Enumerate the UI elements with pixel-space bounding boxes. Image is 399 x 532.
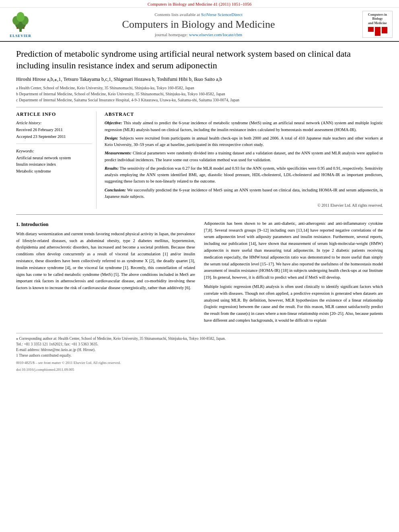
- abstract-measurements: Measurements: Clinical parameters were r…: [105, 150, 383, 163]
- email-footnote: E-mail address: hhlrose@mc.keio.ac.jp (H…: [16, 347, 383, 353]
- abstract-col: ABSTRACT Objective: This study aimed to …: [105, 111, 383, 208]
- svg-point-4: [16, 12, 25, 22]
- email-value: hhlrose@mc.keio.ac.jp (H. Hirose).: [41, 348, 96, 352]
- body-left-col: 1. Introduction With dietary westernizat…: [16, 220, 195, 327]
- homepage-url[interactable]: www.elsevier.com/locate/cbm: [189, 32, 242, 37]
- sciverse-link[interactable]: SciVerse ScienceDirect: [201, 12, 243, 17]
- article-info-col: ARTICLE INFO Article history: Received 2…: [16, 111, 97, 208]
- results-label: Results:: [105, 166, 119, 170]
- footnote1: 1 These authors contributed equally.: [16, 353, 383, 358]
- abstract-objective: Objective: This study aimed to predict t…: [105, 120, 383, 133]
- article-info-abstract: ARTICLE INFO Article history: Received 2…: [16, 107, 383, 208]
- header-center: Contents lists available at SciVerse Sci…: [39, 12, 358, 37]
- results-text: The sensitivity of the prediction was 0.…: [105, 166, 383, 184]
- sciverse-prefix: Contents lists available at: [154, 12, 200, 17]
- section-title: Introduction: [21, 222, 49, 227]
- footnote-area: ⁎ Corresponding author at: Health Center…: [16, 333, 383, 373]
- elsevier-tree-icon: [10, 11, 31, 33]
- logo-title-line2: and Medicine: [368, 21, 387, 25]
- objective-label: Objective:: [105, 121, 122, 125]
- abstract-design: Design: Subjects were recruited from par…: [105, 135, 383, 148]
- keywords-section: Keywords: Artificial neural network syst…: [16, 148, 92, 175]
- sciverse-line: Contents lists available at SciVerse Sci…: [39, 12, 358, 17]
- accepted-date: Accepted 23 September 2011: [16, 134, 92, 140]
- authors-text: Hiroshi Hirose a,b,⁎,1, Tetsuro Takayama…: [16, 76, 222, 82]
- journal-title: Computers in Biology and Medicine: [39, 18, 358, 31]
- svg-point-6: [23, 27, 25, 29]
- section-divider: [16, 214, 383, 215]
- corresponding-footnote: ⁎ Corresponding author at: Health Center…: [16, 336, 383, 341]
- keyword-2: Insulin resistance index: [16, 161, 92, 168]
- elsevier-label: ELSEVIER: [10, 34, 31, 38]
- logo-title-line1: Computers in Biology: [368, 13, 387, 21]
- right-para-1: Adiponectin has been shown to be an anti…: [204, 220, 383, 281]
- journal-reference: Computers in Biology and Medicine 41 (20…: [148, 2, 251, 6]
- right-para-2: Multiple logistic regression (MLR) analy…: [204, 283, 383, 324]
- article-history: Article history: Received 26 February 20…: [16, 120, 92, 144]
- doi-line: doi:10.1016/j.compbiomed.2011.09.005: [16, 367, 383, 373]
- body-two-col: 1. Introduction With dietary westernizat…: [16, 220, 383, 327]
- intro-para-1: With dietary westernization and current …: [16, 231, 195, 292]
- doi-text: doi:10.1016/j.compbiomed.2011.09.005: [16, 368, 74, 372]
- affiliation-b: b Department of Internal Medicine, Schoo…: [16, 91, 383, 97]
- elsevier-logo: ELSEVIER: [6, 11, 35, 38]
- svg-point-5: [16, 27, 18, 29]
- measurements-label: Measurements:: [105, 151, 132, 155]
- tel-footnote: Tel.: +81 3 3353 121 1x62021; fax: +81 3…: [16, 341, 383, 347]
- conclusion-label: Conclusion:: [105, 188, 126, 192]
- received-date: Received 26 February 2011: [16, 127, 92, 134]
- copyright-line: © 2011 Elsevier Ltd. All rights reserved…: [105, 202, 383, 209]
- abstract-results: Results: The sensitivity of the predicti…: [105, 165, 383, 185]
- page-wrapper: Computers in Biology and Medicine 41 (20…: [0, 0, 399, 532]
- conclusion-text: We successfully predicted the 6-year inc…: [105, 188, 383, 199]
- section-number: 1.: [16, 222, 20, 227]
- design-label: Design:: [105, 136, 118, 140]
- measurements-text: Clinical parameters were randomly divide…: [105, 151, 383, 162]
- journal-topbar: Computers in Biology and Medicine 41 (20…: [0, 0, 399, 8]
- email-label: E-mail address:: [16, 348, 40, 352]
- intro-heading: 1. Introduction: [16, 220, 195, 228]
- logo-icon-bars: [364, 27, 391, 36]
- abstract-conclusion: Conclusion: We successfully predicted th…: [105, 187, 383, 200]
- homepage-label: journal homepage:: [155, 32, 188, 37]
- authors-line: Hiroshi Hirose a,b,⁎,1, Tetsuro Takayama…: [16, 76, 383, 82]
- journal-logo-right: Computers in Biology and Medicine: [362, 11, 393, 38]
- abstract-text: Objective: This study aimed to predict t…: [105, 120, 383, 208]
- article-info-heading: ARTICLE INFO: [16, 111, 92, 117]
- design-text: Subjects were recruited from participant…: [105, 136, 383, 147]
- affiliation-a: a Health Center, School of Medicine, Kei…: [16, 85, 383, 91]
- keyword-1: Artificial neural network system: [16, 155, 92, 162]
- issn-text: 0010-4825/$ – see front matter © 2011 El…: [16, 361, 121, 365]
- article-main: Prediction of metabolic syndrome using a…: [0, 42, 399, 379]
- journal-logo-box: Computers in Biology and Medicine: [362, 11, 393, 38]
- history-heading: Article history:: [16, 120, 92, 127]
- keyword-3: Metabolic syndrome: [16, 168, 92, 175]
- affiliations: a Health Center, School of Medicine, Kei…: [16, 85, 383, 103]
- keywords-heading: Keywords:: [16, 148, 92, 155]
- abstract-heading: ABSTRACT: [105, 111, 383, 117]
- objective-text: This study aimed to predict the 6-year i…: [105, 121, 383, 131]
- affiliation-c: c Department of Internal Medicine, Saita…: [16, 97, 383, 103]
- body-right-col: Adiponectin has been shown to be an anti…: [204, 220, 383, 327]
- issn-line: 0010-4825/$ – see front matter © 2011 El…: [16, 360, 383, 366]
- homepage-line: journal homepage: www.elsevier.com/locat…: [39, 32, 358, 37]
- article-title: Prediction of metabolic syndrome using a…: [16, 48, 383, 71]
- journal-header: ELSEVIER Contents lists available at Sci…: [0, 8, 399, 42]
